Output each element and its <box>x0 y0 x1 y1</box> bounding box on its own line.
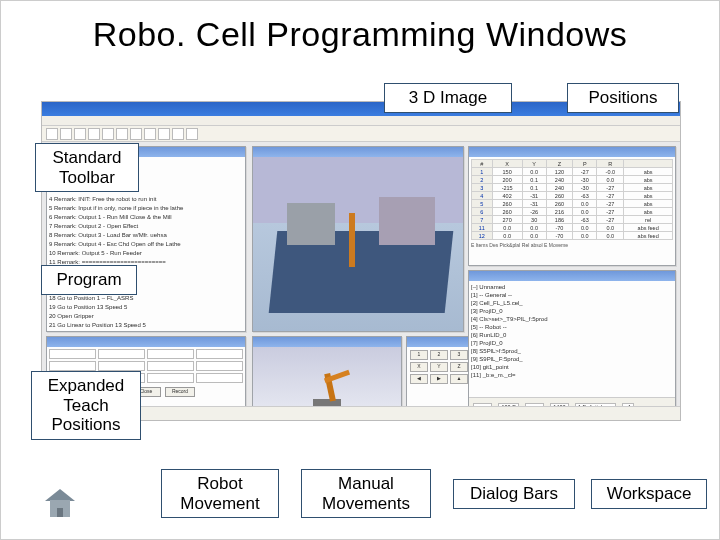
table-cell: 2 <box>472 176 493 184</box>
toolbar-button[interactable] <box>144 128 156 140</box>
teach-field[interactable] <box>49 349 96 359</box>
toolbar-button[interactable] <box>88 128 100 140</box>
tree-item[interactable]: [3] ProjID_0 <box>471 307 673 315</box>
home-icon[interactable] <box>43 489 77 519</box>
program-line: 6 Remark: Output 1 - Run Mill Close & th… <box>49 213 243 222</box>
workspace-tree: [–] Unnamed [1] -- General -- [2] Cell_F… <box>469 281 675 381</box>
tree-item[interactable]: [5] -- Robot -- <box>471 323 673 331</box>
keypad-button[interactable]: 2 <box>430 350 448 360</box>
teach-field[interactable] <box>147 361 194 371</box>
table-row[interactable]: 3-2150.1240-30-27abs <box>472 184 673 192</box>
tree-item[interactable]: [11] _b:e_m._cl= <box>471 371 673 379</box>
column-header: Z <box>546 160 572 168</box>
table-cell: 0.0 <box>597 224 624 232</box>
toolbar-button[interactable] <box>74 128 86 140</box>
table-cell: 260 <box>546 192 572 200</box>
teach-field[interactable] <box>98 349 145 359</box>
program-line: 9 Remark: Output 4 - Esc Chd Open off th… <box>49 240 243 249</box>
toolbar-button[interactable] <box>158 128 170 140</box>
table-cell: 0.0 <box>597 176 624 184</box>
toolbar-button[interactable] <box>102 128 114 140</box>
keypad-button[interactable]: X <box>410 362 428 372</box>
table-cell: 4 <box>472 192 493 200</box>
toolbar-button[interactable] <box>46 128 58 140</box>
table-cell: -27 <box>597 192 624 200</box>
tree-item[interactable]: [6] RunLID_0 <box>471 331 673 339</box>
robot-movement-panel[interactable] <box>252 336 402 416</box>
tree-item[interactable]: [10] git1_point <box>471 363 673 371</box>
table-cell: 200 <box>492 176 522 184</box>
tree-item[interactable]: [2] Cell_FL_L5.cel_ <box>471 299 673 307</box>
panel-titlebar <box>47 337 245 347</box>
table-cell: abs <box>624 168 673 176</box>
tree-item[interactable]: [9] S9PlL_F:5prod_ <box>471 355 673 363</box>
table-row[interactable]: 727030186-63-27rel <box>472 216 673 224</box>
tree-item[interactable]: [8] S5PlL>f:5prod_ <box>471 347 673 355</box>
callout-workspace: Workspace <box>591 479 707 509</box>
keypad-button[interactable]: ▲ <box>450 374 468 384</box>
teach-field[interactable] <box>147 349 194 359</box>
column-header: # <box>472 160 493 168</box>
table-row[interactable]: 120.00.0-700.00.0abs feed <box>472 232 673 240</box>
table-cell: 260 <box>492 208 522 216</box>
record-button[interactable]: Record <box>165 387 195 397</box>
keypad-button[interactable]: Z <box>450 362 468 372</box>
table-row[interactable]: 110.00.0-700.00.0abs feed <box>472 224 673 232</box>
table-cell: 30 <box>522 216 546 224</box>
3d-image-panel[interactable] <box>252 146 464 332</box>
table-cell: -27 <box>597 200 624 208</box>
toolbar-button[interactable] <box>186 128 198 140</box>
program-line: 5 Remark: Input if in only, none if piec… <box>49 204 243 213</box>
teach-field[interactable] <box>196 349 243 359</box>
teach-field[interactable] <box>98 361 145 371</box>
table-cell: -0.0 <box>597 168 624 176</box>
table-cell: 0.0 <box>573 208 597 216</box>
tree-item[interactable]: [7] ProjID_0 <box>471 339 673 347</box>
positions-panel[interactable]: #XYZPR 11500.0120-27-0.0abs22000.1240-30… <box>468 146 676 266</box>
program-line: 10 Remark: Output 5 - Run Feeder <box>49 249 243 258</box>
table-cell: abs <box>624 208 673 216</box>
table-row[interactable]: 4402-31260-63-27abs <box>472 192 673 200</box>
callout-line: Manual <box>338 474 394 493</box>
panel-titlebar <box>253 337 401 347</box>
keypad-button[interactable]: 1 <box>410 350 428 360</box>
window-menubar <box>42 116 680 126</box>
keypad-button[interactable]: ▶ <box>430 374 448 384</box>
table-row[interactable]: 11500.0120-27-0.0abs <box>472 168 673 176</box>
table-cell: 260 <box>492 200 522 208</box>
toolbar-button[interactable] <box>60 128 72 140</box>
workspace-panel[interactable]: [–] Unnamed [1] -- General -- [2] Cell_F… <box>468 270 676 416</box>
table-row[interactable]: 22000.1240-300.0abs <box>472 176 673 184</box>
table-cell: -63 <box>573 216 597 224</box>
toolbar-button[interactable] <box>116 128 128 140</box>
column-header: Y <box>522 160 546 168</box>
tree-item[interactable]: [1] -- General -- <box>471 291 673 299</box>
keypad-button[interactable]: 3 <box>450 350 468 360</box>
table-row[interactable]: 6260-262160.0-27abs <box>472 208 673 216</box>
table-cell: 0.0 <box>522 232 546 240</box>
standard-toolbar[interactable] <box>42 126 680 142</box>
teach-field[interactable] <box>49 361 96 371</box>
panel-titlebar <box>469 147 675 157</box>
program-line: 18 Go to Position 1 – FL_ASRS <box>49 294 243 303</box>
panel-titlebar <box>253 147 463 157</box>
tree-item[interactable]: [–] Unnamed <box>471 283 673 291</box>
keypad-button[interactable]: ◀ <box>410 374 428 384</box>
keypad-button[interactable]: Y <box>430 362 448 372</box>
toolbar-button[interactable] <box>172 128 184 140</box>
teach-field[interactable] <box>196 373 243 383</box>
table-row[interactable]: 5260-312600.0-27abs <box>472 200 673 208</box>
callout-expanded-teach: Expanded Teach Positions <box>31 371 141 440</box>
table-cell: 0.0 <box>522 168 546 176</box>
teach-field[interactable] <box>147 373 194 383</box>
program-line: 4 Remark: INIT: Free the robot to run in… <box>49 195 243 204</box>
toolbar-button[interactable] <box>130 128 142 140</box>
tree-item[interactable]: [4] Cls>set>_T9>PlL_f:5prod <box>471 315 673 323</box>
table-cell: -27 <box>573 168 597 176</box>
home-door <box>57 508 63 517</box>
table-cell: 270 <box>492 216 522 224</box>
robot-link <box>324 370 350 384</box>
callout-line: Robot <box>197 474 242 493</box>
teach-field[interactable] <box>196 361 243 371</box>
table-cell: abs feed <box>624 232 673 240</box>
